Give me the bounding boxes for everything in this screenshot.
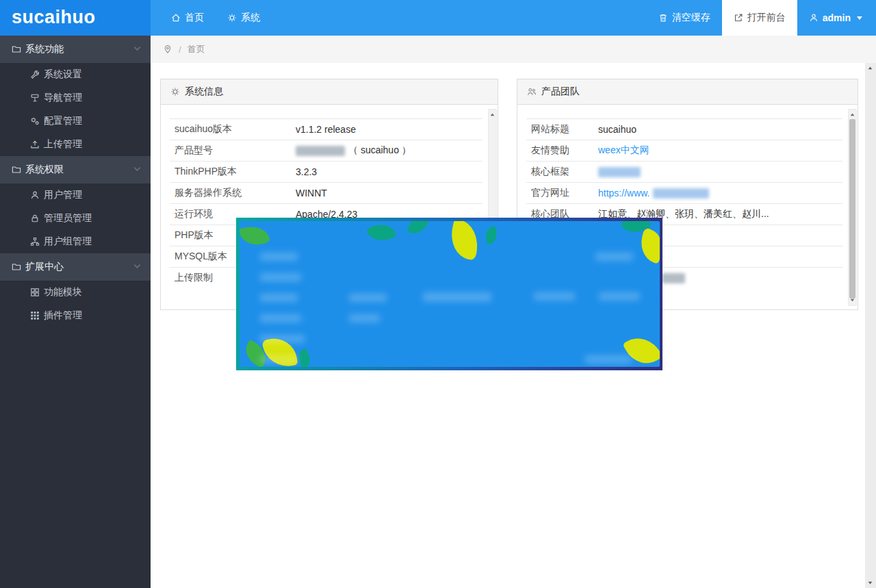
blurred-text [260, 273, 301, 281]
nav-item-label: 打开前台 [747, 12, 786, 24]
scroll-down-arrow[interactable] [849, 296, 856, 305]
sidebar-item-label: 系统设置 [44, 68, 82, 81]
sidebar-section-system-permissions[interactable]: 系统权限 [0, 156, 151, 183]
breadcrumb-current[interactable]: 首页 [188, 43, 205, 55]
table-row: 核心框架 [526, 161, 842, 182]
blurred-text [585, 355, 632, 363]
chevron-down-icon [132, 164, 142, 176]
sidebar-item-label: 用户组管理 [44, 235, 92, 248]
gears-icon [30, 116, 40, 126]
blurred-text [260, 355, 298, 363]
table-row: 友情赞助weex中文网 [526, 140, 842, 161]
signpost-icon [30, 93, 40, 103]
sidebar-item-user-manage[interactable]: 用户管理 [0, 183, 151, 207]
sidebar-item-config-manage[interactable]: 配置管理 [0, 110, 151, 133]
app-logo: sucaihuo [0, 0, 151, 36]
page-scrollbar[interactable] [865, 63, 876, 588]
user-icon [30, 190, 40, 200]
row-value-text: v1.1.2 release [296, 124, 356, 135]
row-value[interactable]: weex中文网 [598, 144, 649, 157]
leaf-decoration [447, 221, 482, 261]
nav-item-clear-cache[interactable]: 清空缓存 [647, 0, 722, 36]
row-value-text: https://www. [598, 188, 649, 199]
row-label: 服务器操作系统 [170, 187, 296, 199]
product-team-header: 产品团队 [517, 79, 858, 105]
sidebar-item-admin-manage[interactable]: 管理员管理 [0, 207, 151, 230]
scroll-down-arrow[interactable] [866, 578, 874, 587]
sidebar-item-upload-manage[interactable]: 上传管理 [0, 133, 151, 156]
panel-title: 系统信息 [185, 86, 223, 98]
redacted-blur [662, 273, 685, 283]
trash-icon [658, 13, 668, 23]
nav-item-admin-menu[interactable]: admin [797, 0, 876, 36]
sidebar-section-label: 系统功能 [25, 43, 64, 55]
row-value-text: 3.2.3 [296, 166, 317, 177]
nav-item-open-frontend[interactable]: 打开前台 [722, 0, 797, 36]
location-pin-icon [163, 44, 172, 54]
external-link-icon [734, 13, 743, 23]
nav-item-system[interactable]: 系统 [216, 0, 272, 36]
breadcrumb: / 首页 [151, 36, 876, 63]
system-info-header: 系统信息 [161, 79, 498, 105]
row-label: ThinkPHP版本 [170, 166, 296, 178]
user-icon [809, 13, 819, 23]
grid-small-icon [30, 311, 40, 320]
gear-icon [170, 87, 180, 97]
nav-item-label: admin [823, 12, 851, 23]
table-row: 产品型号（ sucaihuo ） [170, 140, 482, 161]
folder-icon [12, 165, 21, 175]
panel-scrollbar[interactable] [848, 109, 857, 306]
blurred-text [595, 253, 633, 261]
panel-title: 产品团队 [541, 86, 580, 98]
sidebar-item-label: 功能模块 [44, 286, 82, 298]
navbar-left-menu: 首页系统 [159, 0, 272, 36]
sidebar-item-usergroup-manage[interactable]: 用户组管理 [0, 230, 151, 253]
sidebar-section-label: 系统权限 [25, 164, 64, 176]
nav-item-label: 清空缓存 [672, 12, 710, 24]
sidebar-item-module-manage[interactable]: 功能模块 [0, 281, 151, 304]
row-value[interactable]: https://www. [598, 188, 709, 199]
table-row: 官方网址https://www. [526, 182, 842, 203]
table-row: sucaihuo版本v1.1.2 release [170, 118, 482, 140]
scroll-up-arrow[interactable] [866, 64, 874, 73]
row-value: WINNT [296, 188, 327, 199]
leaf-decoration [240, 222, 270, 248]
scroll-thumb[interactable] [849, 119, 855, 298]
breadcrumb-separator: / [179, 44, 181, 55]
sidebar-submenu: 用户管理管理员管理用户组管理 [0, 183, 151, 253]
promo-popup[interactable] [236, 218, 662, 370]
redacted-blur [653, 188, 709, 199]
nav-item-label: 首页 [185, 12, 204, 24]
row-value [598, 166, 641, 177]
grid-large-icon [30, 287, 40, 297]
sidebar-section-extension-center[interactable]: 扩展中心 [0, 253, 151, 281]
sidebar-item-label: 上传管理 [44, 138, 82, 151]
row-value: 3.2.3 [296, 166, 317, 177]
sidebar-submenu: 系统设置导航管理配置管理上传管理 [0, 63, 151, 156]
blurred-text [349, 314, 380, 322]
sidebar-item-label: 配置管理 [44, 115, 82, 127]
row-value-text: weex中文网 [598, 144, 649, 157]
row-value: v1.1.2 release [296, 124, 356, 135]
lock-icon [30, 214, 40, 223]
leaf-decoration [635, 227, 660, 264]
upload-icon [30, 140, 40, 149]
leaf-decoration [483, 226, 500, 245]
scroll-up-arrow[interactable] [489, 110, 496, 119]
sitemap-icon [30, 237, 40, 246]
row-value: sucaihuo [598, 124, 636, 135]
row-label: 核心框架 [526, 166, 598, 178]
sidebar-item-nav-manage[interactable]: 导航管理 [0, 86, 151, 110]
sidebar-item-plugin-manage[interactable]: 插件管理 [0, 304, 151, 327]
sidebar-section-label: 扩展中心 [25, 261, 64, 273]
scroll-up-arrow[interactable] [849, 110, 856, 119]
table-row: 网站标题sucaihuo [526, 118, 842, 140]
folder-icon [12, 44, 21, 54]
blurred-text [260, 335, 305, 343]
sidebar-section-system-functions[interactable]: 系统功能 [0, 36, 151, 63]
nav-item-home[interactable]: 首页 [159, 0, 216, 36]
sidebar-item-system-settings[interactable]: 系统设置 [0, 63, 151, 86]
blurred-text [423, 292, 491, 302]
blurred-text [260, 314, 301, 322]
sidebar-nav: 系统功能系统设置导航管理配置管理上传管理系统权限用户管理管理员管理用户组管理扩展… [0, 36, 151, 588]
